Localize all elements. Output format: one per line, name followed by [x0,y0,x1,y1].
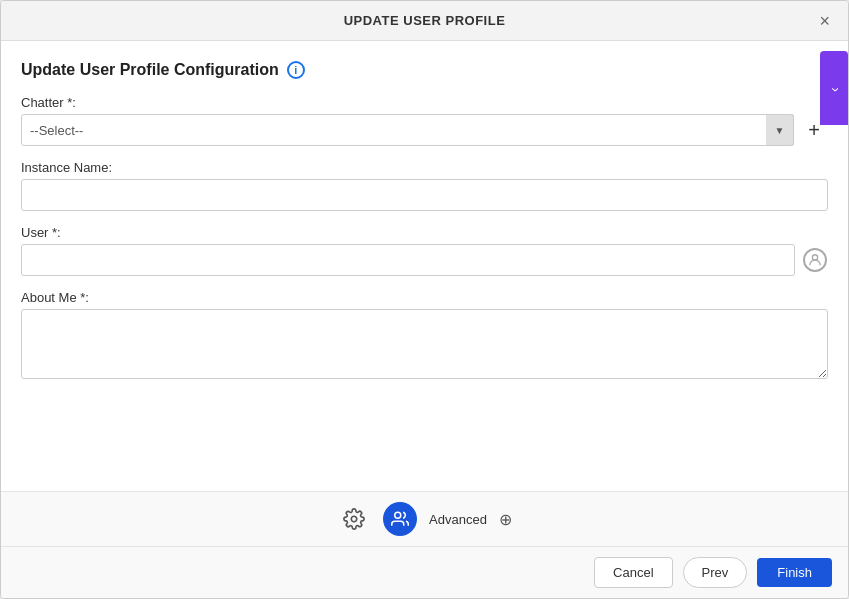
user-input-wrapper [21,244,828,276]
section-title: Update User Profile Configuration i [21,61,828,79]
info-icon[interactable]: i [287,61,305,79]
instance-name-label: Instance Name: [21,160,828,175]
advanced-label: Advanced [429,512,487,527]
chatter-field-group: Chatter *: --Select-- ▼ + [21,95,828,146]
svg-point-1 [351,516,357,522]
close-button[interactable]: × [813,10,836,32]
user-input[interactable] [21,244,795,276]
svg-point-0 [812,255,817,260]
user-picker-button[interactable] [801,246,828,274]
footer-actions: Advanced ⊕ [1,491,848,546]
svg-point-2 [395,512,401,518]
modal-wrapper: UPDATE USER PROFILE × ‹ App Data Update … [0,0,849,599]
section-title-text: Update User Profile Configuration [21,61,279,79]
instance-name-field-group: Instance Name: [21,160,828,211]
advanced-plus-icon[interactable]: ⊕ [499,510,512,529]
user-picker-icon [803,248,827,272]
chatter-select[interactable]: --Select-- [21,114,794,146]
user-label: User *: [21,225,828,240]
finish-button[interactable]: Finish [757,558,832,587]
people-icon-button[interactable] [383,502,417,536]
user-field-group: User *: [21,225,828,276]
modal-body: Update User Profile Configuration i Chat… [1,41,848,491]
about-me-label: About Me *: [21,290,828,305]
settings-icon-button[interactable] [337,502,371,536]
prev-button[interactable]: Prev [683,557,748,588]
gear-icon [343,508,365,530]
app-data-tab[interactable]: ‹ App Data [820,51,848,125]
chevron-icon: ‹ [826,88,842,93]
instance-name-input[interactable] [21,179,828,211]
chatter-select-wrapper: --Select-- ▼ + [21,114,828,146]
about-me-field-group: About Me *: [21,290,828,382]
chatter-select-container: --Select-- ▼ [21,114,794,146]
people-icon [391,510,409,528]
about-me-textarea[interactable] [21,309,828,379]
modal: UPDATE USER PROFILE × ‹ App Data Update … [0,0,849,599]
footer-buttons: Cancel Prev Finish [1,546,848,598]
chatter-label: Chatter *: [21,95,828,110]
modal-header: UPDATE USER PROFILE × [1,1,848,41]
modal-title: UPDATE USER PROFILE [344,13,506,28]
cancel-button[interactable]: Cancel [594,557,672,588]
